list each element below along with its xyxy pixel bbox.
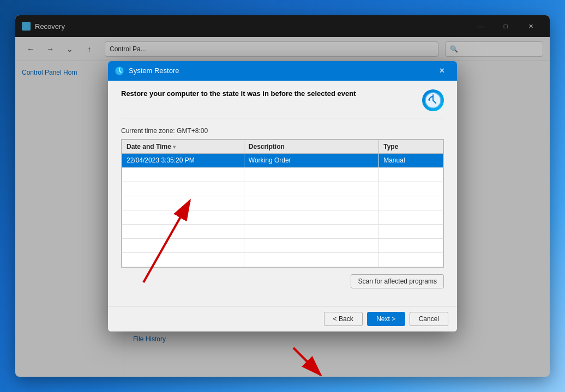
dialog-footer: < Back Next > Cancel xyxy=(108,306,457,331)
system-restore-icon xyxy=(115,66,124,76)
cancel-button[interactable]: Cancel xyxy=(410,312,448,326)
system-restore-dialog: System Restore ✕ Restore your computer t… xyxy=(108,61,457,331)
dialog-body: Restore your computer to the state it wa… xyxy=(108,81,457,306)
col-date-time: Date and Time ▾ xyxy=(122,140,244,153)
dialog-header-text: Restore your computer to the state it wa… xyxy=(121,89,356,98)
table-empty-row xyxy=(122,238,443,252)
table-empty-row xyxy=(122,167,443,182)
dialog-title: System Restore xyxy=(129,67,429,75)
dialog-titlebar: System Restore ✕ xyxy=(108,61,457,81)
dialog-close-button[interactable]: ✕ xyxy=(433,63,450,79)
table-header-row: Date and Time ▾ Description Type xyxy=(122,140,443,153)
table-empty-row xyxy=(122,196,443,210)
table-empty-row xyxy=(122,224,443,238)
recovery-window: Recovery — □ ✕ ← → ⌄ ↑ Control Pa... 🔍 C… xyxy=(15,15,550,377)
dialog-header-icon xyxy=(422,89,444,111)
scan-btn-row: Scan for affected programs xyxy=(121,274,444,288)
dialog-header: Restore your computer to the state it wa… xyxy=(121,89,444,118)
dialog-overlay: System Restore ✕ Restore your computer t… xyxy=(15,15,550,377)
table-row[interactable]: 22/04/2023 3:35:20 PMWorking OrderManual xyxy=(122,153,443,167)
scan-affected-programs-button[interactable]: Scan for affected programs xyxy=(351,274,444,288)
table-empty-row xyxy=(122,182,443,196)
back-button[interactable]: < Back xyxy=(324,312,363,326)
col-description: Description xyxy=(244,140,378,153)
restore-table-wrapper: Date and Time ▾ Description Type xyxy=(121,139,444,268)
table-empty-row xyxy=(122,252,443,267)
restore-table: Date and Time ▾ Description Type xyxy=(122,140,443,267)
svg-line-6 xyxy=(293,348,321,375)
table-empty-row xyxy=(122,210,443,224)
timezone-label: Current time zone: GMT+8:00 xyxy=(121,127,444,135)
col-type: Type xyxy=(379,140,443,153)
next-button[interactable]: Next > xyxy=(367,312,405,326)
